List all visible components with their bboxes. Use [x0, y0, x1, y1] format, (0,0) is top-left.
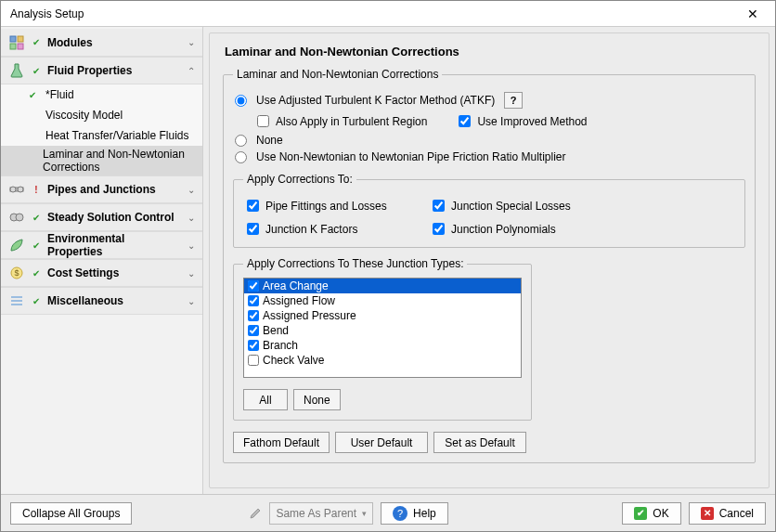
junction-type-checkbox[interactable] — [248, 325, 259, 336]
junction-type-checkbox[interactable] — [248, 310, 259, 321]
body: ✔ Modules ⌄ ✔ Fluid Properties ⌃ ✔ *Flui… — [1, 27, 775, 494]
chevron-down-icon: ⌄ — [188, 268, 195, 279]
help-icon: ? — [393, 506, 407, 521]
cb-junction-special-label: Junction Special Losses — [451, 200, 571, 213]
cb-also-apply-wrap[interactable]: Also Apply in Turbulent Region — [253, 112, 427, 130]
junction-type-checkbox[interactable] — [248, 355, 259, 366]
cb-pipe-fittings[interactable] — [247, 200, 259, 212]
sidebar: ✔ Modules ⌄ ✔ Fluid Properties ⌃ ✔ *Flui… — [1, 27, 203, 494]
svg-rect-3 — [18, 44, 23, 49]
svg-point-5 — [10, 187, 16, 192]
cb-improved-wrap[interactable]: Use Improved Method — [455, 112, 587, 130]
cb-improved[interactable] — [459, 115, 471, 127]
cb-junction-k-wrap[interactable]: Junction K Factors — [243, 220, 420, 238]
sidebar-group-cost-settings[interactable]: $ ✔ Cost Settings ⌄ — [1, 259, 202, 287]
sidebar-group-modules[interactable]: ✔ Modules ⌄ — [1, 29, 202, 57]
fathom-default-button[interactable]: Fathom Default — [233, 432, 330, 453]
sidebar-item-label: Heat Transfer/Variable Fluids — [45, 129, 189, 142]
junction-type-item[interactable]: Bend — [244, 323, 521, 338]
cb-junction-special[interactable] — [433, 200, 445, 212]
help-label: Help — [413, 507, 436, 520]
junction-type-label: Branch — [263, 339, 298, 352]
radio-row-atkf: Use Adjusted Turbulent K Factor Method (… — [233, 92, 745, 109]
warn-icon: ! — [31, 185, 42, 195]
none-button[interactable]: None — [293, 389, 341, 410]
same-as-parent-label: Same As Parent — [276, 507, 356, 520]
junction-type-label: Assigned Pressure — [263, 309, 356, 322]
svg-rect-1 — [18, 36, 23, 42]
sidebar-group-miscellaneous[interactable]: ✔ Miscellaneous ⌄ — [1, 287, 202, 315]
corrections-legend: Laminar and Non-Newtonian Corrections — [233, 68, 442, 81]
junction-type-item[interactable]: Branch — [244, 338, 521, 353]
same-as-parent-dropdown[interactable]: Same As Parent ▾ — [269, 502, 373, 525]
main-panel: Laminar and Non-Newtonian Corrections La… — [203, 27, 775, 494]
page-title: Laminar and Non-Newtonian Corrections — [225, 45, 756, 58]
cb-junction-k[interactable] — [247, 223, 259, 235]
junction-type-checkbox[interactable] — [248, 340, 259, 351]
sidebar-subitems-fluid: ✔ *Fluid Viscosity Model Heat Transfer/V… — [1, 84, 202, 175]
ok-button[interactable]: ✔ OK — [622, 502, 680, 525]
ok-label: OK — [653, 507, 668, 520]
radio-multiplier[interactable] — [235, 151, 247, 163]
cb-junction-poly[interactable] — [433, 223, 445, 235]
close-button[interactable]: ✕ — [734, 6, 771, 21]
svg-text:$: $ — [14, 268, 19, 278]
junction-type-item[interactable]: Area Change — [244, 279, 521, 293]
junction-types-group: Apply Corrections To These Junction Type… — [233, 257, 532, 421]
sidebar-group-label: Miscellaneous — [47, 294, 182, 307]
svg-point-8 — [16, 214, 23, 221]
cancel-label: Cancel — [719, 507, 754, 520]
cancel-button[interactable]: ✕ Cancel — [689, 502, 766, 525]
pipes-icon — [8, 182, 25, 197]
sidebar-item-laminar-corrections[interactable]: Laminar and Non-Newtonian Corrections — [1, 146, 202, 175]
main-inner: Laminar and Non-Newtonian Corrections La… — [209, 32, 770, 488]
sidebar-item-viscosity-model[interactable]: Viscosity Model — [1, 105, 202, 125]
user-default-button[interactable]: User Default — [335, 432, 428, 453]
modules-icon — [8, 35, 25, 50]
junction-type-label: Assigned Flow — [263, 294, 335, 307]
flask-icon — [8, 63, 25, 78]
sidebar-group-steady-solution[interactable]: ✔ Steady Solution Control ⌄ — [1, 203, 202, 231]
sidebar-group-label: Environmental Properties — [47, 232, 182, 258]
titlebar: Analysis Setup ✕ — [1, 1, 775, 27]
sidebar-item-label: Viscosity Model — [45, 109, 123, 122]
help-button[interactable]: ? Help — [381, 502, 448, 525]
cb-junction-poly-wrap[interactable]: Junction Polynomials — [429, 220, 624, 238]
apply-to-group: Apply Corrections To: Pipe Fittings and … — [233, 173, 745, 248]
junction-type-item[interactable]: Check Valve — [244, 353, 521, 368]
sidebar-item-heat-transfer[interactable]: Heat Transfer/Variable Fluids — [1, 125, 202, 146]
junction-type-checkbox[interactable] — [248, 295, 259, 306]
radio-none[interactable] — [235, 135, 247, 147]
svg-rect-0 — [10, 36, 16, 42]
radio-atkf-label: Use Adjusted Turbulent K Factor Method (… — [256, 94, 495, 107]
footer: Collapse All Groups Same As Parent ▾ ? H… — [1, 494, 775, 531]
radio-atkf[interactable] — [235, 95, 247, 107]
leaf-icon — [8, 238, 25, 253]
help-atkf-button[interactable]: ? — [504, 92, 523, 109]
set-default-button[interactable]: Set as Default — [433, 432, 526, 453]
atkf-sub-row: Also Apply in Turbulent Region Use Impro… — [253, 112, 745, 130]
junction-type-checkbox[interactable] — [248, 280, 259, 292]
junction-type-item[interactable]: Assigned Pressure — [244, 308, 521, 323]
all-button[interactable]: All — [243, 389, 288, 410]
cost-icon: $ — [8, 266, 25, 280]
pencil-icon — [249, 507, 262, 520]
sidebar-item-fluid[interactable]: ✔ *Fluid — [1, 84, 202, 105]
misc-icon — [8, 293, 25, 308]
svg-rect-11 — [11, 296, 22, 298]
cb-pipe-fittings-wrap[interactable]: Pipe Fittings and Losses — [243, 197, 420, 214]
junction-type-label: Check Valve — [263, 354, 324, 367]
cb-junction-k-label: Junction K Factors — [265, 223, 357, 236]
junction-type-item[interactable]: Assigned Flow — [244, 293, 521, 308]
junction-types-list[interactable]: Area ChangeAssigned FlowAssigned Pressur… — [243, 278, 522, 378]
radio-row-none: None — [233, 134, 745, 147]
sidebar-group-fluid-properties[interactable]: ✔ Fluid Properties ⌃ — [1, 57, 202, 84]
collapse-all-button[interactable]: Collapse All Groups — [10, 502, 132, 525]
cb-junction-special-wrap[interactable]: Junction Special Losses — [429, 197, 624, 214]
sidebar-group-environmental[interactable]: ✔ Environmental Properties ⌄ — [1, 231, 202, 259]
sidebar-group-label: Cost Settings — [47, 266, 182, 279]
svg-rect-2 — [10, 44, 16, 49]
cb-also-apply[interactable] — [257, 115, 269, 127]
sidebar-group-pipes-junctions[interactable]: ! Pipes and Junctions ⌄ — [1, 175, 202, 203]
sidebar-group-label: Pipes and Junctions — [47, 183, 182, 196]
